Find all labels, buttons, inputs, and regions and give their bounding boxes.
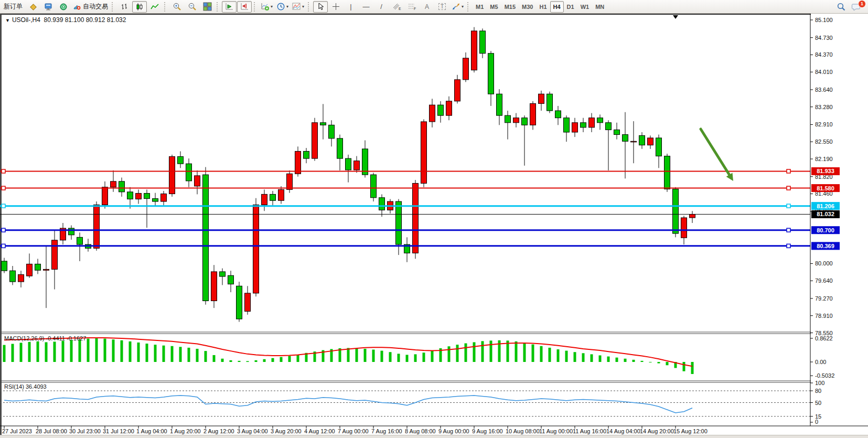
svg-text:E: E [399,7,401,10]
candle [69,228,74,235]
macd-histogram-bar [565,351,568,362]
line-handle[interactable] [2,169,5,173]
chart-shift-button[interactable] [237,1,252,13]
macd-histogram-bar [465,344,467,362]
channel-tool-button[interactable]: E [389,1,404,13]
candle [18,274,24,282]
annotation-arrow[interactable] [701,129,730,175]
candle [354,161,360,170]
notifications-button[interactable]: 1 [849,1,864,13]
chevron-down-icon[interactable]: ▼ [5,18,10,23]
periods-button[interactable]: ▾ [275,1,290,13]
candle [547,94,553,111]
macd-histogram-bar [372,350,375,362]
crosshair-tool-button[interactable] [328,1,343,13]
candle [136,194,142,199]
tile-windows-button[interactable] [200,1,215,13]
cursor-tool-button[interactable] [313,1,328,13]
new-order-button[interactable]: 新订单 [1,1,25,13]
ohlc-values: 80.939 81.100 80.912 81.032 [44,16,126,24]
notification-badge: 1 [858,0,866,8]
line-handle[interactable] [787,244,790,248]
line-handle[interactable] [2,244,5,248]
candle [555,111,561,118]
candle [379,198,385,210]
macd-axis-label: 0.00 [815,359,826,365]
candle [513,118,519,123]
line-handle[interactable] [787,186,790,190]
candle [304,151,309,158]
macd-histogram-bar [414,354,417,362]
timeframe-M30[interactable]: M30 [519,1,536,13]
line-handle[interactable] [2,186,5,190]
macd-histogram-bar [616,358,618,362]
price-axis-label: 80.000 [815,260,833,266]
line-handle[interactable] [787,204,790,208]
zoom-in-button[interactable] [169,1,184,13]
group-grip[interactable] [217,2,220,12]
candle [270,194,276,200]
label-tool-button[interactable]: T [435,1,449,13]
profiles-icon[interactable] [26,1,40,13]
group-grip[interactable] [112,2,115,12]
chart-canvas[interactable]: 85.10084.73084.37084.01083.64083.28082.9… [0,14,868,438]
zoom-out-button[interactable] [185,1,199,13]
new-chart-button[interactable]: ▾ [259,1,274,13]
line-handle[interactable] [787,169,790,173]
group-grip[interactable] [467,2,470,12]
candle [178,156,184,164]
bar-chart-type-button[interactable] [117,1,132,13]
candle [253,205,259,293]
candle [119,181,125,192]
auto-scroll-button[interactable] [222,1,237,13]
timeframe-M1[interactable]: M1 [473,1,487,13]
fibonacci-tool-button[interactable]: F [404,1,419,13]
arrows-tool-button[interactable]: ▾ [450,1,465,13]
candle [94,205,100,248]
macd-histogram-bar [297,355,299,362]
rsi-line [4,396,692,413]
trendline-tool-button[interactable]: / [374,1,389,13]
macd-histogram-bar [666,362,669,365]
candle [2,261,7,271]
line-handle[interactable] [2,204,5,208]
macd-histogram-bar [221,359,224,362]
market-watch-icon[interactable] [41,1,56,13]
macd-histogram-bar [62,341,65,362]
candle [295,151,301,174]
candle [690,214,695,218]
macd-histogram-bar [20,343,23,362]
timeframe-D1[interactable]: D1 [564,1,577,13]
search-button[interactable] [834,1,849,13]
group-grip[interactable] [164,2,167,12]
time-axis-label: 3 Aug 20:00 [271,428,302,434]
timeframe-M15[interactable]: M15 [501,1,519,13]
autotrading-button[interactable]: 自动交易 [71,1,110,13]
vline-tool-button[interactable]: | [344,1,358,13]
line-handle[interactable] [787,228,790,232]
text-tool-button[interactable]: A [420,1,434,13]
hline-tool-button[interactable]: — [359,1,373,13]
indicators-button[interactable]: ▾ [291,1,306,13]
candle [102,187,108,205]
group-grip[interactable] [254,2,257,12]
macd-histogram-bar [406,355,409,362]
candle [597,118,603,123]
line-chart-type-button[interactable] [147,1,162,13]
group-grip[interactable] [308,2,311,12]
label-tool-glyph: T [438,3,446,10]
macd-histogram-bar [238,361,241,362]
price-axis-label: 82.190 [815,156,833,162]
candlestick-type-button[interactable] [132,1,147,13]
timeframe-H4[interactable]: H4 [550,1,564,13]
signals-icon[interactable] [56,1,71,13]
line-handle[interactable] [2,228,5,232]
timeframe-MN[interactable]: MN [592,1,607,13]
timeframe-W1[interactable]: W1 [577,1,593,13]
macd-histogram-bar [515,341,518,362]
timeframe-M5[interactable]: M5 [487,1,501,13]
price-axis-label: 83.280 [815,104,833,110]
candle [203,175,209,301]
timeframe-H1[interactable]: H1 [536,1,550,13]
channel-icon: E [392,3,401,10]
